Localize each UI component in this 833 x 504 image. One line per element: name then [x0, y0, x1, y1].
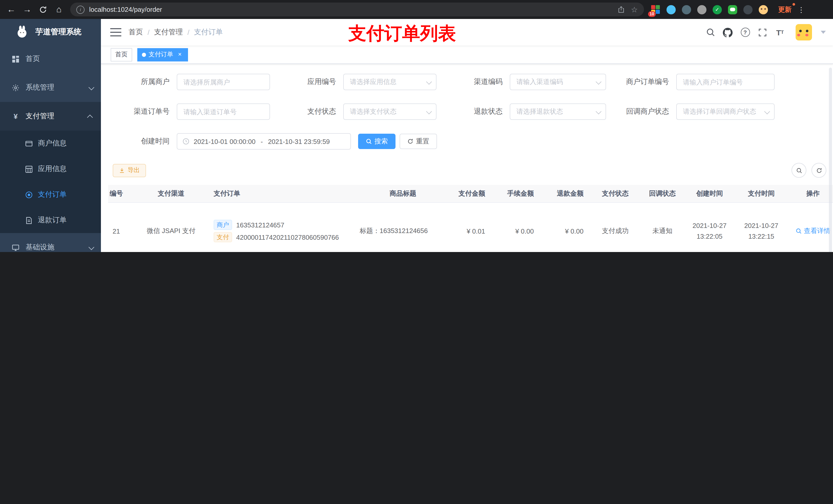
extension-dark-icon[interactable] [682, 5, 691, 14]
refresh-table-icon[interactable] [811, 163, 826, 178]
search-button[interactable]: 搜索 [358, 134, 396, 149]
sidebar-item-app-info[interactable]: 应用信息 [0, 156, 101, 182]
screen: ← → ⌂ i localhost:1024/pay/order ☆ 10 [0, 0, 833, 252]
card-icon [25, 140, 33, 147]
breadcrumb-pay-mgmt[interactable]: 支付管理 [154, 28, 183, 37]
extension-puzzle-icon[interactable] [743, 5, 753, 14]
date-filter-row: 创建时间 2021-10-01 00:00:00 - 2021-10-31 23… [108, 133, 833, 149]
search-icon[interactable] [706, 27, 715, 37]
help-icon[interactable]: ? [740, 27, 750, 37]
chevron-down-icon [89, 83, 93, 92]
hamburger-icon[interactable] [110, 28, 121, 37]
breadcrumb-separator: / [188, 28, 190, 37]
cell-channel: 微信 JSAPI 支付 [133, 202, 210, 252]
cell-notify: 未通知 [641, 202, 684, 252]
bookmark-star-icon[interactable]: ☆ [631, 5, 638, 14]
close-icon[interactable]: × [176, 51, 184, 58]
cell-id: 21 [108, 202, 133, 252]
export-button-label: 导出 [127, 166, 140, 175]
sidebar-item-label: 基础设施 [26, 243, 54, 252]
channel-code-select[interactable]: 请输入渠道编码 [510, 74, 606, 90]
filter-label: 渠道订单号 [108, 107, 170, 116]
top-navbar: 首页 / 支付管理 / 支付订单 ? [101, 19, 833, 46]
magnifier-icon [795, 228, 802, 234]
sidebar-item-system[interactable]: 系统管理 [0, 73, 101, 102]
table-row[interactable]: 21 微信 JSAPI 支付 商户 1635312124657 支付 42000… [108, 202, 833, 252]
chevron-down-icon [89, 243, 93, 251]
fullscreen-icon[interactable] [758, 27, 767, 37]
yen-icon: ¥ [11, 112, 20, 120]
pay-order-no: 4200001174202110278060590766 [236, 233, 339, 241]
reset-button[interactable]: 重置 [400, 134, 437, 149]
col-title: 商品标题 [356, 185, 450, 202]
avatar[interactable] [795, 24, 812, 41]
tab-home[interactable]: 首页 [111, 48, 132, 61]
site-info-icon[interactable]: i [76, 5, 85, 14]
scrollbar[interactable] [829, 68, 832, 252]
tab-label: 支付订单 [148, 48, 173, 61]
browser-back-icon[interactable]: ← [5, 3, 18, 16]
sidebar-item-refund-order[interactable]: 退款订单 [0, 208, 101, 233]
cell-status: 支付成功 [590, 202, 641, 252]
filter-label: 渠道编码 [441, 77, 503, 87]
extension-check-icon[interactable] [713, 5, 722, 14]
extension-avatar-icon[interactable] [759, 5, 768, 14]
sidebar-item-label: 支付订单 [38, 190, 67, 199]
extension-blocks-icon[interactable]: 10 [651, 5, 660, 14]
cell-pay-time: 2021-10-27 13:22:15 [735, 202, 787, 252]
app-select[interactable]: 请选择应用信息 [343, 74, 436, 90]
export-button[interactable]: 导出 [113, 164, 146, 177]
breadcrumb-home[interactable]: 首页 [128, 28, 143, 37]
gear-icon [11, 84, 20, 91]
filter-label: 所属商户 [108, 77, 170, 87]
browser-home-icon[interactable]: ⌂ [53, 3, 65, 16]
channel-order-no-input[interactable] [177, 104, 269, 119]
sidebar-item-pay-order[interactable]: 支付订单 [0, 182, 101, 208]
merchant-order-no-input[interactable] [677, 74, 774, 90]
monitor-icon [11, 243, 20, 251]
url-text: localhost:1024/pay/order [89, 6, 162, 13]
app-title: 芋道管理系统 [35, 27, 81, 37]
pay-status-select[interactable]: 请选择支付状态 [343, 103, 436, 120]
refund-status-select[interactable]: 请选择退款状态 [510, 103, 606, 120]
table-body: 21 微信 JSAPI 支付 商户 1635312124657 支付 42000… [108, 202, 833, 252]
merchant-input[interactable] [177, 74, 269, 90]
cell-amount: ¥ 0.01 [450, 202, 491, 252]
address-bar[interactable]: i localhost:1024/pay/order ☆ [70, 3, 644, 16]
sidebar-item-label: 退款订单 [38, 216, 67, 225]
app-logo[interactable]: 芋道管理系统 [0, 19, 101, 45]
logo-bunny-icon [15, 25, 29, 39]
orders-table: 编号 支付渠道 支付订单 商品标题 支付金额 手续金额 退款金额 支付状态 回调… [108, 185, 833, 252]
sidebar-item-infra[interactable]: 基础设施 [0, 233, 101, 252]
sidebar-item-merchant-info[interactable]: 商户信息 [0, 130, 101, 156]
extension-gray-icon[interactable] [697, 5, 707, 14]
sidebar-item-home[interactable]: 首页 [0, 45, 101, 73]
browser-update-button[interactable]: 更新 [776, 3, 793, 16]
share-icon[interactable] [617, 6, 625, 13]
tab-pay-order[interactable]: 支付订单 × [137, 48, 188, 61]
browser-refresh-icon[interactable] [37, 3, 49, 16]
view-detail-link[interactable]: 查看详情 [795, 226, 830, 236]
sidebar-item-label: 首页 [26, 54, 40, 64]
filter-label: 回调商户状态 [608, 107, 669, 116]
col-status: 支付状态 [590, 185, 641, 202]
sidebar-item-payment[interactable]: ¥ 支付管理 [0, 102, 101, 130]
cell-title: 标题：1635312124656 [356, 202, 450, 252]
browser-menu-icon[interactable]: ⋮ [798, 5, 805, 14]
date-end-value: 2021-10-31 23:59:59 [268, 138, 330, 145]
toggle-search-icon[interactable] [791, 163, 806, 178]
font-size-icon[interactable]: TT [775, 27, 785, 37]
extension-chat-icon[interactable] [728, 5, 737, 14]
date-separator: - [260, 138, 264, 145]
chevron-down-icon[interactable] [821, 31, 826, 34]
browser-forward-icon[interactable]: → [21, 3, 33, 16]
github-icon[interactable] [723, 27, 733, 37]
notify-status-select[interactable]: 请选择订单回调商户状态 [676, 103, 775, 120]
date-range-picker[interactable]: 2021-10-01 00:00:00 - 2021-10-31 23:59:5… [177, 133, 351, 149]
col-channel: 支付渠道 [133, 185, 210, 202]
cell-refund: ¥ 0.00 [540, 202, 590, 252]
extension-drop-icon[interactable] [667, 5, 676, 14]
sidebar: 芋道管理系统 首页 系统管理 ¥ [0, 19, 101, 252]
sidebar-item-label: 支付管理 [26, 112, 54, 121]
breadcrumb: 首页 / 支付管理 / 支付订单 [128, 28, 223, 37]
